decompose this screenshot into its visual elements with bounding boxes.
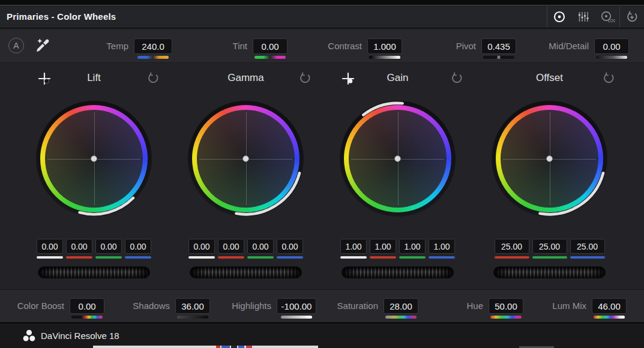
hue-gradient-slider[interactable]: [490, 316, 522, 319]
lift-values: 0.00 0.00 0.00 0.00: [18, 239, 170, 259]
color-wheels-mode-icon: [553, 10, 566, 23]
tint-value-field[interactable]: 0.00: [253, 38, 287, 54]
gain-master-value[interactable]: 1.00: [340, 239, 367, 254]
lift-red-value[interactable]: 0.00: [66, 239, 92, 254]
gain-values: 1.00 1.00 1.00 1.00: [322, 239, 474, 259]
color-wheels-area: Lift 0.00 0.00 0.: [0, 63, 644, 289]
reset-icon: [602, 71, 615, 85]
contrast-gradient-slider[interactable]: [369, 56, 400, 59]
gamma-green-value[interactable]: 0.00: [247, 239, 274, 254]
pivot-value-field[interactable]: 0.435: [481, 38, 516, 54]
color-wheels-panel: Primaries - Color Wheels: [0, 0, 644, 348]
reset-all-button[interactable]: [620, 6, 644, 28]
pivot-label: Pivot: [456, 38, 476, 54]
offset-reset-button[interactable]: [602, 71, 615, 85]
gamma-values: 0.00 0.00 0.00 0.00: [170, 239, 322, 259]
mid-detail-control: Mid/Detail 0.00: [549, 38, 629, 59]
panel-titlebar: Primaries - Color Wheels: [0, 6, 644, 29]
lift-green-value[interactable]: 0.00: [95, 239, 122, 254]
reset-icon: [450, 71, 463, 85]
highlights-value-field[interactable]: -100.00: [277, 298, 316, 314]
tint-gradient-slider[interactable]: [254, 56, 286, 59]
highlights-control: Highlights -100.00: [232, 298, 316, 319]
lift-balance-indicator[interactable]: [91, 155, 97, 162]
reset-icon: [146, 71, 160, 85]
gain-balance-indicator[interactable]: [394, 155, 401, 162]
offset-blue-value[interactable]: 25.00: [570, 239, 605, 254]
lift-master-value[interactable]: 0.00: [37, 239, 63, 254]
bottom-edge-panel-sliver: [93, 346, 318, 348]
lift-master-dial[interactable]: [38, 266, 150, 278]
saturation-control: Saturation 28.00: [337, 298, 418, 319]
contrast-value-field[interactable]: 1.000: [367, 38, 402, 54]
auto-balance-label: A: [13, 41, 19, 50]
color-boost-value-field[interactable]: 0.00: [70, 298, 104, 314]
color-boost-label: Color Boost: [17, 298, 64, 314]
shadows-gradient-slider[interactable]: [177, 316, 208, 319]
mid-detail-value-field[interactable]: 0.00: [594, 38, 629, 54]
lift-blue-value[interactable]: 0.00: [125, 239, 151, 254]
lift-color-wheel[interactable]: [36, 101, 152, 217]
status-bar: DaVinci Resolve 18: [0, 322, 644, 348]
gamma-master-value[interactable]: 0.00: [188, 239, 215, 254]
mid-detail-gradient-slider[interactable]: [596, 56, 627, 59]
color-wheels-mode-button[interactable]: [547, 6, 571, 28]
gamma-balance-indicator[interactable]: [242, 155, 249, 162]
offset-wheel-column: Offset 25.00 25.00: [474, 63, 625, 289]
highlights-label: Highlights: [232, 298, 271, 314]
contrast-label: Contrast: [328, 38, 362, 54]
davinci-resolve-logo: [22, 329, 37, 344]
reset-icon: [298, 71, 311, 85]
temp-gradient-slider[interactable]: [137, 56, 169, 59]
gamma-red-value[interactable]: 0.00: [218, 239, 244, 254]
shadows-label: Shadows: [133, 298, 170, 314]
primary-bars-mode-icon: [577, 11, 589, 23]
lum-mix-control: Lum Mix 46.00: [552, 298, 627, 319]
lum-mix-value-field[interactable]: 46.00: [592, 298, 627, 314]
pivot-control: Pivot 0.435: [456, 38, 516, 59]
gamma-color-wheel[interactable]: [188, 101, 304, 217]
hue-control: Hue 50.00: [466, 298, 523, 319]
color-boost-gradient-slider[interactable]: [71, 316, 103, 319]
secondary-adjustments-row: Color Boost 0.00 Shadows 36.00 Highlight…: [0, 289, 644, 322]
gain-red-value[interactable]: 1.00: [370, 239, 396, 254]
gain-master-dial[interactable]: [342, 266, 454, 278]
temp-value-field[interactable]: 240.0: [134, 38, 172, 54]
white-balance-eyedropper-icon: [34, 37, 52, 55]
tint-control: Tint 0.00: [233, 38, 287, 59]
offset-master-dial[interactable]: [493, 266, 606, 278]
shadows-control: Shadows 36.00: [133, 298, 210, 319]
top-edge-strip: [0, 0, 644, 5]
primary-bars-mode-button[interactable]: [571, 6, 595, 28]
shadows-value-field[interactable]: 36.00: [175, 298, 210, 314]
hue-value-field[interactable]: 50.00: [489, 298, 523, 314]
lum-mix-gradient-slider[interactable]: [594, 316, 625, 319]
pivot-gradient-slider[interactable]: [483, 56, 514, 59]
gain-blue-value[interactable]: 1.00: [429, 239, 455, 254]
tint-label: Tint: [233, 38, 247, 54]
gamma-reset-button[interactable]: [298, 71, 311, 85]
log-wheels-mode-button[interactable]: LOG: [595, 6, 619, 28]
temp-control: Temp 240.0: [106, 38, 172, 59]
gamma-master-dial[interactable]: [190, 266, 302, 278]
gain-color-wheel[interactable]: [340, 101, 456, 217]
auto-balance-button[interactable]: A: [8, 38, 24, 53]
offset-balance-indicator[interactable]: [546, 155, 553, 162]
offset-green-value[interactable]: 25.00: [532, 239, 567, 254]
temp-label: Temp: [106, 38, 128, 54]
reset-all-icon: [625, 10, 639, 23]
gain-reset-button[interactable]: [450, 71, 463, 85]
lift-reset-button[interactable]: [146, 71, 160, 85]
gamma-blue-value[interactable]: 0.00: [277, 239, 303, 254]
saturation-gradient-slider[interactable]: [385, 316, 417, 319]
offset-color-wheel[interactable]: [492, 101, 607, 217]
offset-red-value[interactable]: 25.00: [495, 239, 529, 254]
white-balance-picker-button[interactable]: [34, 37, 52, 55]
log-wheels-mode-icon: LOG: [600, 10, 615, 23]
gain-green-value[interactable]: 1.00: [399, 239, 426, 254]
lum-mix-label: Lum Mix: [552, 298, 586, 314]
highlights-gradient-slider[interactable]: [281, 316, 312, 319]
app-name: DaVinci Resolve 18: [41, 331, 119, 341]
saturation-value-field[interactable]: 28.00: [384, 298, 418, 314]
hue-label: Hue: [466, 298, 483, 314]
